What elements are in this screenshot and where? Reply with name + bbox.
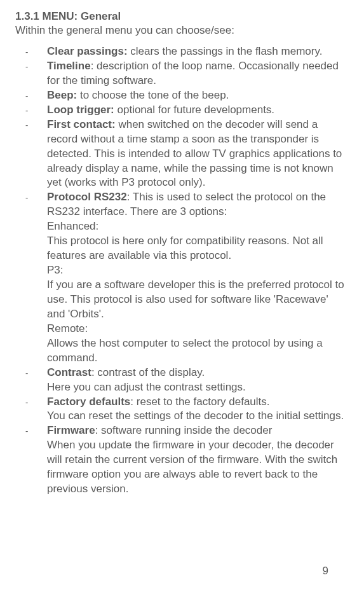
item-body: Factory defaults: reset to the factory d… (47, 395, 349, 424)
bullet-dash: - (25, 395, 47, 424)
item-body: Contrast: contrast of the display.Here y… (47, 366, 349, 395)
item-desc: software running inside the decoder (101, 424, 272, 436)
item-desc: reset to the factory defaults. (137, 396, 270, 408)
item-body: Clear passings: clears the passings in t… (47, 45, 349, 59)
item-subline: You can reset the settings of the decode… (47, 409, 349, 424)
item-subline: Here you can adjust the contrast setting… (47, 380, 349, 395)
section-title: 1.3.1 MENU: General (15, 10, 349, 23)
item-subline: When you update the firmware in your dec… (47, 438, 349, 497)
intro-text: Within the general menu you can choose/s… (15, 24, 349, 37)
item-subline: P3: (47, 263, 349, 278)
bullet-dash: - (25, 190, 47, 365)
item-body: Timeline: description of the loop name. … (47, 59, 349, 88)
item-sep: : (127, 191, 133, 203)
item-subline: Remote: (47, 322, 349, 336)
list-item: -Factory defaults: reset to the factory … (15, 395, 349, 424)
bullet-dash: - (25, 366, 47, 395)
item-term: Contrast (47, 366, 91, 378)
item-desc: clears the passings in the flash memory. (130, 45, 322, 57)
item-term: Firmware (47, 424, 95, 436)
list-item: -Contrast: contrast of the display.Here … (15, 366, 349, 395)
item-sep: : (95, 424, 101, 436)
item-desc: contrast of the display. (97, 366, 205, 378)
item-sep: : (91, 60, 97, 72)
list-item: -First contact: when switched on the dec… (15, 118, 349, 191)
item-subline: This protocol is here only for compatibi… (47, 234, 349, 263)
bullet-dash: - (25, 118, 47, 191)
list-item: -Beep: to choose the tone of the beep. (15, 88, 349, 103)
item-term: Timeline (47, 60, 91, 72)
item-term: Protocol RS232 (47, 191, 127, 203)
list-item: -Protocol RS232: This is used to select … (15, 190, 349, 365)
item-subline: Allows the host computer to select the p… (47, 336, 349, 366)
page-number: 9 (323, 565, 328, 577)
bullet-dash: - (25, 59, 47, 88)
bullet-dash: - (25, 45, 47, 59)
item-sep: : (130, 396, 136, 408)
item-body: Firmware: software running inside the de… (47, 424, 349, 497)
bullet-dash: - (25, 424, 47, 497)
item-term: Loop trigger: (47, 104, 114, 116)
bullet-dash: - (25, 88, 47, 103)
item-body: Loop trigger: optional for future develo… (47, 103, 349, 118)
list-item: -Timeline: description of the loop name.… (15, 59, 349, 88)
item-term: Clear passings: (47, 45, 128, 57)
list-item: -Firmware: software running inside the d… (15, 424, 349, 497)
item-desc: to choose the tone of the beep. (80, 89, 229, 101)
bullet-dash: - (25, 103, 47, 118)
item-term: Beep: (47, 89, 77, 101)
item-subline: If you are a software developer this is … (47, 278, 349, 322)
item-body: First contact: when switched on the deco… (47, 118, 349, 191)
item-desc: optional for future developments. (118, 104, 275, 116)
list-item: -Loop trigger: optional for future devel… (15, 103, 349, 118)
item-body: Protocol RS232: This is used to select t… (47, 190, 349, 365)
item-term: Factory defaults (47, 396, 130, 408)
list-item: -Clear passings: clears the passings in … (15, 45, 349, 59)
item-term: First contact: (47, 118, 116, 130)
item-sep: : (91, 366, 97, 378)
item-subline: Enhanced: (47, 219, 349, 234)
items-list: -Clear passings: clears the passings in … (15, 45, 349, 497)
item-body: Beep: to choose the tone of the beep. (47, 88, 349, 103)
